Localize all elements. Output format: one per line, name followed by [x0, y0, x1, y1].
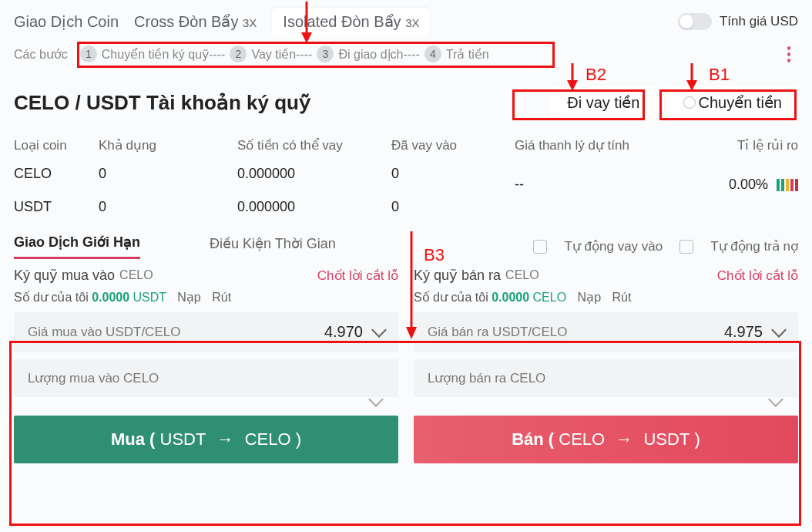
cell-borrowable: 0.000000	[237, 166, 391, 182]
chevron-down-icon[interactable]	[768, 392, 783, 407]
sell-button[interactable]: Bán ( CELO → USDT )	[414, 416, 798, 463]
th-borrowed: Đã vay vào	[391, 138, 515, 153]
auto-borrow-label: Tự động vay vào	[564, 238, 663, 254]
step-2-label: Vay tiền----	[251, 47, 312, 62]
tab-isolated[interactable]: Isolated Đòn Bẩy 3X	[272, 8, 430, 35]
buy-balance-coin: USDT	[133, 291, 166, 304]
buy-price-label: Giá mua vào USDT/CELO	[28, 325, 180, 340]
sell-title: Ký quỹ bán ra	[414, 267, 501, 284]
step-1-label: Chuyển tiền ký quỹ----	[102, 47, 226, 62]
cell-borrowed: 0	[391, 166, 515, 182]
tab-cross[interactable]: Cross Đòn Bẩy 3X	[134, 12, 257, 31]
step-4-num: 4	[424, 45, 441, 62]
transfer-button[interactable]: Chuyển tiền	[667, 86, 799, 119]
order-tab-limit[interactable]: Giao Dịch Giới Hạn	[14, 234, 140, 259]
tab-isolated-lev: 3X	[405, 16, 419, 29]
tab-isolated-label: Isolated Đòn Bẩy	[283, 13, 401, 30]
borrow-button[interactable]: Đi vay tiền	[551, 86, 656, 119]
buy-amount-label: Lượng mua vào CELO	[28, 370, 159, 386]
sell-balance-label: Số dư của tôi	[414, 291, 488, 304]
tab-cross-lev: 3X	[243, 16, 257, 29]
step-3-num: 3	[317, 45, 334, 62]
account-title: CELO / USDT Tài khoản ký quỹ	[14, 91, 310, 115]
sell-coin: CELO	[505, 268, 539, 282]
sell-btn-close: )	[694, 429, 700, 449]
buy-amount-field[interactable]: Lượng mua vào CELO	[14, 359, 398, 397]
buy-btn-from: USDT	[160, 429, 206, 449]
sell-withdraw-link[interactable]: Rút	[612, 291, 631, 304]
tab-coin[interactable]: Giao Dịch Coin	[14, 12, 119, 31]
th-borrowable: Số tiền có thể vay	[237, 137, 391, 153]
cell-borrowable: 0.000000	[237, 199, 391, 215]
borrow-button-label: Đi vay tiền	[567, 93, 639, 112]
table-row: USDT 0 0.000000 0	[14, 196, 798, 218]
buy-deposit-link[interactable]: Nạp	[177, 291, 200, 304]
chevron-down-icon[interactable]	[771, 322, 787, 338]
th-liq: Giá thanh lý dự tính	[515, 137, 646, 153]
sell-panel: Ký quỹ bán ra CELO Chốt lời cắt lỗ Số dư…	[414, 267, 798, 463]
cell-risk: 0.00%	[646, 166, 798, 193]
tab-cross-label: Cross Đòn Bẩy	[134, 13, 238, 30]
order-tab-time[interactable]: Điều Kiện Thời Gian	[210, 235, 336, 258]
sell-btn-main: Bán (	[512, 429, 554, 449]
usd-price-label: Tính giá USD	[720, 14, 798, 29]
auto-borrow-checkbox[interactable]	[533, 240, 547, 254]
arrow-right-icon: →	[616, 429, 632, 450]
buy-panel: Ký quỹ mua vào CELO Chốt lời cắt lỗ Số d…	[14, 267, 398, 463]
buy-coin: CELO	[119, 268, 153, 282]
auto-repay-label: Tự động trả nợ	[710, 238, 798, 254]
cell-available: 0	[99, 199, 237, 215]
risk-value: 0.00%	[729, 177, 768, 192]
sell-tpsl-link[interactable]: Chốt lời cắt lỗ	[717, 268, 798, 284]
arrow-right-icon: →	[217, 429, 234, 450]
chevron-down-icon[interactable]	[368, 392, 384, 407]
th-available: Khả dụng	[99, 137, 237, 153]
buy-balance-label: Số dư của tôi	[14, 291, 89, 304]
cell-borrowed: 0	[391, 199, 515, 215]
sell-price-value: 4.975	[724, 323, 763, 341]
step-4-label: Trả tiền	[446, 47, 489, 62]
risk-bars-icon	[777, 179, 798, 191]
sell-amount-label: Lượng bán ra CELO	[428, 370, 545, 386]
sell-btn-to: USDT	[643, 429, 690, 449]
buy-tpsl-link[interactable]: Chốt lời cắt lỗ	[317, 268, 398, 284]
cell-liq: --	[515, 166, 646, 193]
more-menu-icon[interactable]: ⋮	[780, 43, 798, 65]
sell-price-field[interactable]: Giá bán ra USDT/CELO 4.975	[414, 312, 798, 352]
sell-balance-coin: CELO	[533, 291, 567, 304]
usd-price-toggle[interactable]	[678, 13, 712, 30]
step-1-num: 1	[80, 45, 97, 62]
sell-amount-field[interactable]: Lượng bán ra CELO	[414, 359, 798, 397]
sell-price-label: Giá bán ra USDT/CELO	[428, 325, 567, 340]
transfer-button-label: Chuyển tiền	[699, 93, 783, 112]
buy-price-field[interactable]: Giá mua vào USDT/CELO 4.970	[14, 312, 398, 352]
buy-balance-value: 0.0000	[92, 291, 129, 304]
sell-balance-value: 0.0000	[492, 291, 529, 304]
steps-prefix: Các bước	[14, 47, 68, 62]
step-3-label: Đi giao dịch----	[338, 47, 419, 62]
transfer-icon	[683, 96, 696, 109]
chevron-down-icon[interactable]	[371, 322, 387, 338]
buy-btn-to: CELO	[245, 429, 291, 449]
cell-coin: USDT	[14, 199, 99, 215]
step-2-num: 2	[230, 45, 247, 62]
buy-price-value: 4.970	[324, 323, 363, 341]
auto-repay-checkbox[interactable]	[679, 240, 693, 254]
buy-title: Ký quỹ mua vào	[14, 267, 115, 284]
buy-btn-main: Mua (	[111, 429, 155, 449]
buy-button[interactable]: Mua ( USDT → CELO )	[14, 416, 398, 463]
steps-box: 1 Chuyển tiền ký quỹ---- 2 Vay tiền---- …	[74, 44, 495, 64]
th-risk: Tỉ lệ rủi ro	[646, 137, 798, 153]
sell-btn-from: CELO	[559, 429, 605, 449]
cell-coin: CELO	[14, 166, 99, 182]
sell-deposit-link[interactable]: Nạp	[578, 291, 601, 304]
cell-available: 0	[99, 166, 237, 182]
buy-withdraw-link[interactable]: Rút	[212, 291, 231, 304]
table-row: CELO 0 0.000000 0 -- 0.00%	[14, 163, 798, 196]
buy-btn-close: )	[296, 429, 301, 449]
th-coin: Loại coin	[14, 137, 99, 153]
